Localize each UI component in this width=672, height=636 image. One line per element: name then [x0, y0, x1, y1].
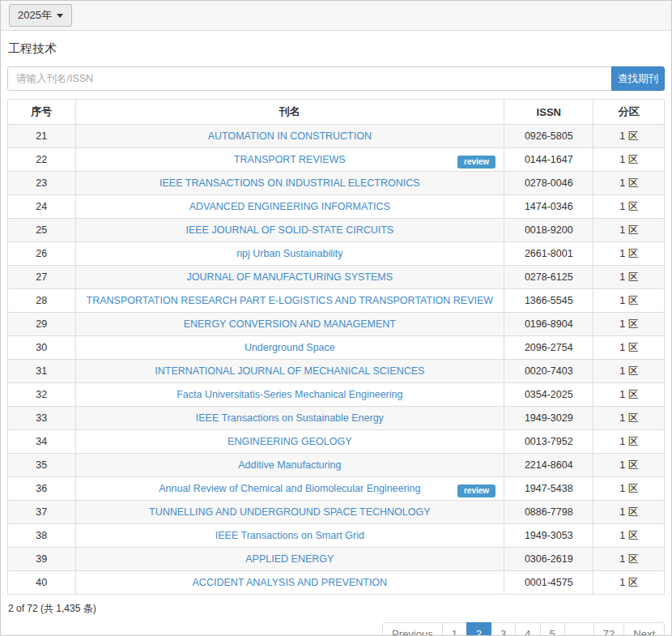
- issn-cell: 1947-5438: [504, 477, 593, 501]
- journal-name-link[interactable]: IEEE JOURNAL OF SOLID-STATE CIRCUITS: [185, 224, 393, 236]
- page-button-72[interactable]: 72: [593, 622, 624, 636]
- partition-cell: 1 区: [593, 524, 665, 548]
- journal-name-cell: IEEE TRANSACTIONS ON INDUSTRIAL ELECTRON…: [75, 172, 504, 195]
- issn-cell: 0018-9200: [504, 219, 593, 242]
- journal-name-cell: APPLIED ENERGY: [75, 548, 504, 571]
- journal-name-link[interactable]: Additive Manufacturing: [238, 459, 341, 471]
- page-button-4[interactable]: 4: [515, 622, 540, 636]
- issn-cell: 0278-6125: [504, 266, 593, 289]
- table-row: 39APPLIED ENERGY0306-26191 区: [8, 548, 665, 571]
- partition-cell: 1 区: [593, 219, 665, 242]
- chevron-down-icon: [57, 14, 63, 18]
- journal-name-link[interactable]: JOURNAL OF MANUFACTURING SYSTEMS: [187, 271, 393, 283]
- issn-cell: 0020-7403: [504, 360, 593, 383]
- table-row: 21AUTOMATION IN CONSTRUCTION0926-58051 区: [8, 125, 665, 148]
- journal-name-cell: AUTOMATION IN CONSTRUCTION: [75, 125, 504, 148]
- journal-name-link[interactable]: TRANSPORTATION RESEARCH PART E-LOGISTICS…: [87, 295, 494, 306]
- page-button-3[interactable]: 3: [491, 622, 516, 636]
- journal-name-link[interactable]: APPLIED ENERGY: [245, 553, 334, 565]
- partition-cell: 1 区: [593, 383, 665, 407]
- page-title: 工程技术: [8, 41, 665, 57]
- partition-cell: 1 区: [593, 266, 665, 289]
- year-toolbar: 2025年: [1, 1, 671, 31]
- row-index: 23: [8, 172, 76, 195]
- journal-name-link[interactable]: Facta Universitatis-Series Mechanical En…: [177, 389, 402, 400]
- page-button-previous[interactable]: Previous: [382, 622, 443, 636]
- partition-cell: 1 区: [593, 289, 665, 313]
- journal-name-link[interactable]: ACCIDENT ANALYSIS AND PREVENTION: [193, 577, 388, 588]
- partition-cell: 1 区: [593, 195, 665, 219]
- journal-name-cell: ADVANCED ENGINEERING INFORMATICS: [75, 195, 504, 219]
- row-index: 26: [8, 242, 76, 266]
- partition-cell: 1 区: [593, 548, 665, 571]
- journal-name-cell: ACCIDENT ANALYSIS AND PREVENTION: [75, 571, 504, 595]
- table-row: 24ADVANCED ENGINEERING INFORMATICS1474-0…: [8, 195, 665, 219]
- partition-cell: 1 区: [593, 313, 665, 336]
- row-index: 35: [8, 454, 76, 477]
- journal-name-link[interactable]: ADVANCED ENGINEERING INFORMATICS: [189, 201, 390, 212]
- issn-cell: 0013-7952: [504, 430, 593, 454]
- partition-cell: 1 区: [593, 336, 665, 360]
- journal-name-link[interactable]: TRANSPORT REVIEWS: [234, 154, 346, 165]
- journal-name-link[interactable]: IEEE TRANSACTIONS ON INDUSTRIAL ELECTRON…: [159, 177, 420, 189]
- page-button-next[interactable]: Next: [623, 622, 665, 636]
- row-index: 36: [8, 477, 76, 501]
- page-button-2[interactable]: 2: [466, 622, 491, 636]
- journal-name-link[interactable]: TUNNELLING AND UNDERGROUND SPACE TECHNOL…: [149, 506, 431, 518]
- pagination: Previous12345…72Next: [382, 622, 665, 636]
- page-button-5[interactable]: 5: [540, 622, 565, 636]
- journal-name-cell: INTERNATIONAL JOURNAL OF MECHANICAL SCIE…: [75, 360, 504, 383]
- journal-name-cell: IEEE Transactions on Smart Grid: [75, 524, 504, 548]
- search-journal-button[interactable]: 查找期刊: [611, 66, 665, 91]
- table-row: 22TRANSPORT REVIEWSreview0144-16471 区: [8, 148, 665, 172]
- issn-cell: 0886-7798: [504, 501, 593, 524]
- issn-cell: 1949-3029: [504, 407, 593, 430]
- table-row: 36Annual Review of Chemical and Biomolec…: [8, 477, 665, 501]
- row-index: 24: [8, 195, 76, 219]
- issn-cell: 0278-0046: [504, 172, 593, 195]
- journal-name-cell: IEEE Transactions on Sustainable Energy: [75, 407, 504, 430]
- journal-name-cell: TRANSPORT REVIEWSreview: [75, 148, 504, 172]
- review-badge: review: [457, 156, 495, 169]
- year-dropdown-button[interactable]: 2025年: [9, 4, 72, 27]
- page-ellipsis: …: [564, 622, 594, 636]
- issn-cell: 0196-8904: [504, 313, 593, 336]
- table-row: 31INTERNATIONAL JOURNAL OF MECHANICAL SC…: [8, 360, 665, 383]
- journal-name-cell: JOURNAL OF MANUFACTURING SYSTEMS: [75, 266, 504, 289]
- partition-cell: 1 区: [593, 430, 665, 454]
- table-header-row: 序号 刊名 ISSN 分区: [8, 100, 665, 125]
- table-row: 33IEEE Transactions on Sustainable Energ…: [8, 407, 665, 430]
- journal-search-bar: 查找期刊: [7, 66, 665, 91]
- journal-name-link[interactable]: Annual Review of Chemical and Biomolecul…: [159, 483, 420, 494]
- pagination-row: Previous12345…72Next: [7, 622, 665, 636]
- table-footer: 2 of 72 (共 1,435 条) Previous12345…72Next: [7, 600, 665, 636]
- row-index: 33: [8, 407, 76, 430]
- journal-name-link[interactable]: INTERNATIONAL JOURNAL OF MECHANICAL SCIE…: [155, 365, 424, 377]
- journal-name-link[interactable]: Underground Space: [245, 342, 335, 353]
- journal-partition-page: 2025年 工程技术 查找期刊 序号 刊名 ISSN 分区 21AUTOMATI…: [0, 0, 672, 636]
- issn-cell: 0144-1647: [504, 148, 593, 172]
- header-journal-name: 刊名: [75, 100, 504, 125]
- journal-name-cell: Facta Universitatis-Series Mechanical En…: [75, 383, 504, 407]
- partition-cell: 1 区: [593, 477, 665, 501]
- table-row: 35Additive Manufacturing2214-86041 区: [8, 454, 665, 477]
- table-row: 38IEEE Transactions on Smart Grid1949-30…: [8, 524, 665, 548]
- journal-name-cell: ENGINEERING GEOLOGY: [75, 430, 504, 454]
- page-button-1[interactable]: 1: [442, 622, 467, 636]
- journal-name-link[interactable]: IEEE Transactions on Smart Grid: [215, 530, 364, 541]
- journal-name-link[interactable]: npj Urban Sustainability: [236, 248, 342, 259]
- table-row: 40ACCIDENT ANALYSIS AND PREVENTION0001-4…: [8, 571, 665, 595]
- issn-cell: 0001-4575: [504, 571, 593, 595]
- journal-name-link[interactable]: ENERGY CONVERSION AND MANAGEMENT: [184, 318, 396, 330]
- journal-name-link[interactable]: IEEE Transactions on Sustainable Energy: [196, 412, 384, 424]
- content-area: 工程技术 查找期刊 序号 刊名 ISSN 分区 21AUTOMATION IN …: [1, 41, 671, 636]
- row-index: 28: [8, 289, 76, 313]
- journal-name-link[interactable]: ENGINEERING GEOLOGY: [228, 436, 352, 447]
- journal-name-link[interactable]: AUTOMATION IN CONSTRUCTION: [208, 130, 372, 142]
- partition-cell: 1 区: [593, 242, 665, 266]
- row-index: 30: [8, 336, 76, 360]
- search-input[interactable]: [7, 66, 612, 91]
- issn-cell: 0354-2025: [504, 383, 593, 407]
- table-row: 28TRANSPORTATION RESEARCH PART E-LOGISTI…: [8, 289, 665, 313]
- table-row: 30Underground Space2096-27541 区: [8, 336, 665, 360]
